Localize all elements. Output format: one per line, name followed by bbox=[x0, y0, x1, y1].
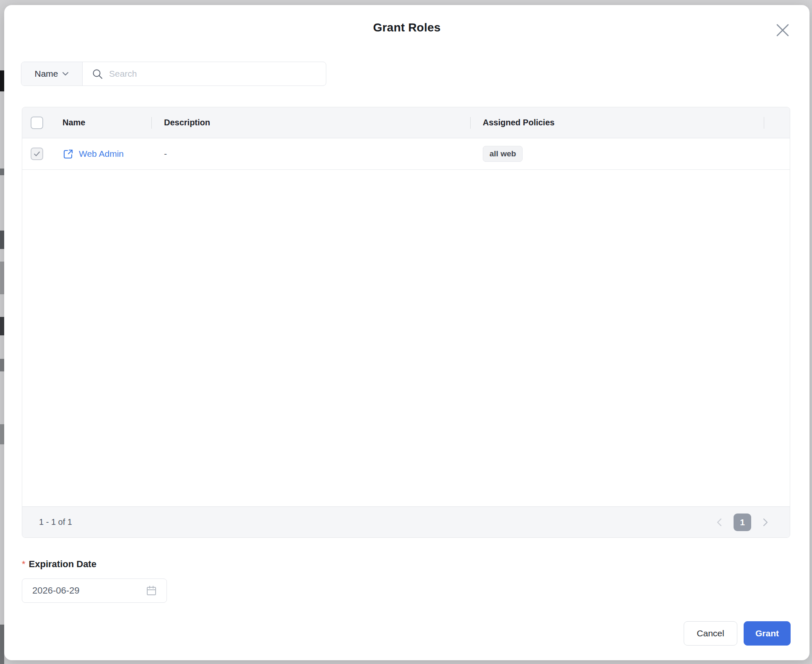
search-filter-bar: Name bbox=[21, 62, 326, 86]
pagination-controls: 1 bbox=[714, 514, 770, 531]
search-icon bbox=[92, 68, 103, 80]
search-field-label: Name bbox=[34, 69, 58, 79]
page-number-current[interactable]: 1 bbox=[734, 514, 751, 531]
close-button[interactable] bbox=[774, 22, 791, 39]
backdrop-fragment bbox=[0, 625, 4, 664]
header-name: Name bbox=[62, 118, 151, 127]
backdrop-fragment bbox=[0, 317, 4, 335]
policy-tag: all web bbox=[483, 146, 523, 162]
backdrop-fragment bbox=[0, 424, 4, 444]
backdrop-fragment bbox=[0, 262, 4, 294]
checkmark-icon bbox=[33, 150, 41, 158]
chevron-down-icon bbox=[62, 70, 69, 78]
backdrop-fragment bbox=[0, 231, 4, 249]
row-checkbox[interactable] bbox=[31, 148, 43, 160]
dialog-title: Grant Roles bbox=[4, 21, 809, 34]
backdrop-fragment bbox=[0, 70, 4, 91]
backdrop-fragment bbox=[0, 359, 4, 371]
prev-page-button[interactable] bbox=[714, 517, 725, 528]
header-assigned-policies: Assigned Policies bbox=[470, 107, 764, 138]
chevron-right-icon bbox=[760, 518, 770, 527]
row-description: - bbox=[151, 149, 470, 159]
header-description: Description bbox=[151, 107, 470, 138]
header-stub bbox=[764, 107, 790, 138]
next-page-button[interactable] bbox=[760, 517, 770, 528]
roles-table: Name Description Assigned Policies bbox=[22, 107, 790, 538]
chevron-left-icon bbox=[715, 518, 724, 527]
expiration-date-input[interactable]: 2026-06-29 bbox=[22, 578, 167, 603]
role-link[interactable]: Web Admin bbox=[62, 148, 124, 160]
row-select-cell bbox=[22, 148, 62, 160]
cancel-button[interactable]: Cancel bbox=[684, 621, 737, 646]
required-asterisk: * bbox=[22, 559, 26, 570]
expiration-date-label: * Expiration Date bbox=[22, 559, 96, 570]
search-field-selector[interactable]: Name bbox=[21, 62, 83, 86]
header-select-cell bbox=[22, 117, 62, 129]
table-footer: 1 - 1 of 1 1 bbox=[22, 506, 790, 537]
pagination-range: 1 - 1 of 1 bbox=[39, 517, 72, 527]
expiration-date-value: 2026-06-29 bbox=[32, 585, 146, 596]
row-name-cell: Web Admin bbox=[62, 148, 151, 160]
table-row: Web Admin - all web bbox=[22, 138, 790, 170]
calendar-icon bbox=[146, 585, 157, 597]
backdrop-fragment bbox=[0, 169, 4, 175]
select-all-checkbox[interactable] bbox=[31, 117, 43, 129]
external-link-icon bbox=[62, 148, 74, 160]
role-name: Web Admin bbox=[79, 149, 124, 159]
row-policies-cell: all web bbox=[470, 146, 764, 162]
search-input[interactable] bbox=[109, 69, 326, 79]
expiration-label-text: Expiration Date bbox=[29, 559, 96, 570]
table-empty-area bbox=[22, 170, 790, 506]
close-icon bbox=[775, 23, 790, 38]
search-box bbox=[83, 62, 326, 86]
grant-roles-dialog: Grant Roles Name bbox=[4, 5, 809, 660]
grant-button[interactable]: Grant bbox=[744, 621, 791, 646]
table-header-row: Name Description Assigned Policies bbox=[22, 107, 790, 138]
